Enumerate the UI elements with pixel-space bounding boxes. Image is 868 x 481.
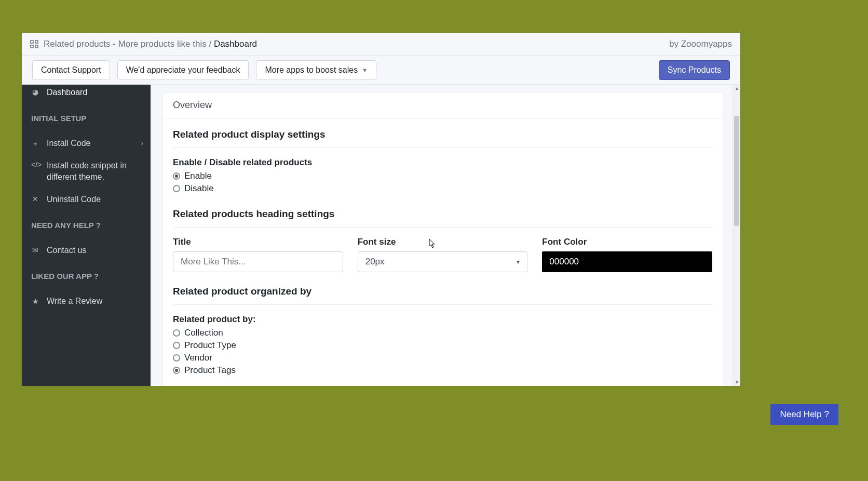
radio-product-tags[interactable]: Product Tags — [173, 365, 712, 376]
app-grid-icon — [30, 40, 38, 48]
radio-icon — [173, 185, 180, 192]
breadcrumb-current[interactable]: Dashboard — [214, 39, 257, 49]
chevron-down-icon: ▾ — [517, 258, 520, 265]
radio-vendor[interactable]: Vendor — [173, 353, 712, 363]
svg-rect-2 — [31, 45, 33, 48]
divider — [31, 128, 141, 128]
section-display-settings: Related product display settings — [173, 129, 712, 148]
font-size-select[interactable]: 20px ▾ — [358, 251, 528, 272]
feedback-button[interactable]: We'd appreciate your feedback — [117, 60, 249, 80]
sidebar-item-contact-us[interactable]: ✉ Contact us — [22, 239, 151, 261]
sidebar-section-help: NEED ANY HELP ? — [22, 210, 151, 233]
font-color-input[interactable] — [542, 251, 712, 272]
font-color-column: Font Color — [542, 237, 712, 272]
radio-icon — [173, 342, 180, 349]
sidebar-item-dashboard[interactable]: ◕ Dashboard — [22, 85, 151, 103]
action-bar: Contact Support We'd appreciate your fee… — [22, 56, 740, 85]
title-column: Title — [173, 237, 343, 272]
panel-body: Related product display settings Enable … — [162, 118, 723, 386]
svg-rect-3 — [35, 45, 38, 48]
panel-title: Overview — [162, 92, 723, 118]
sidebar-item-uninstall-code[interactable]: ✕ Uninstall Code — [22, 189, 151, 210]
plus-icon: ＋ — [31, 139, 39, 149]
content-wrap: Overview Related product display setting… — [151, 85, 740, 386]
divider — [31, 286, 141, 286]
app-window: Related products - More products like th… — [22, 33, 740, 386]
radio-enable[interactable]: Enable — [173, 171, 712, 181]
chevron-down-icon: ▼ — [362, 67, 368, 73]
font-color-label: Font Color — [542, 237, 712, 247]
title-label: Title — [173, 237, 343, 247]
sidebar-section-initial-setup: INITIAL SETUP — [22, 103, 151, 126]
sidebar-item-write-review[interactable]: ★ Write a Review — [22, 290, 151, 312]
scroll-down-icon[interactable]: ▼ — [735, 380, 739, 385]
content-scroll[interactable]: Overview Related product display setting… — [151, 85, 733, 386]
svg-rect-0 — [31, 41, 33, 43]
radio-icon — [173, 329, 180, 337]
enable-disable-block: Enable / Disable related products Enable… — [173, 157, 712, 194]
radio-product-type[interactable]: Product Type — [173, 340, 712, 351]
chevron-right-icon: › — [141, 139, 143, 148]
code-icon: </> — [31, 160, 39, 170]
close-icon: ✕ — [31, 194, 39, 205]
enable-disable-label: Enable / Disable related products — [173, 157, 712, 168]
font-size-label: Font size — [358, 237, 528, 247]
sync-products-button[interactable]: Sync Products — [659, 60, 730, 80]
radio-collection[interactable]: Collection — [173, 328, 712, 338]
section-organized-by: Related product organized by — [173, 286, 712, 305]
font-size-column: Font size 20px ▾ — [358, 237, 528, 272]
sidebar-item-install-code[interactable]: ＋ Install Code › — [22, 132, 151, 154]
app-body: ◕ Dashboard INITIAL SETUP ＋ Install Code… — [22, 85, 740, 386]
radio-icon — [173, 367, 180, 374]
heading-settings-row: Title Font size 20px ▾ — [173, 237, 712, 272]
more-apps-dropdown[interactable]: More apps to boost sales ▼ — [256, 60, 376, 80]
breadcrumb: Related products - More products like th… — [30, 39, 257, 49]
section-heading-settings: Related products heading settings — [173, 208, 712, 228]
by-line: by Zooomyapps — [669, 39, 732, 49]
sidebar: ◕ Dashboard INITIAL SETUP ＋ Install Code… — [22, 85, 151, 386]
radio-icon — [173, 172, 180, 180]
scroll-thumb[interactable] — [734, 116, 739, 226]
scrollbar[interactable]: ▲ ▼ — [733, 85, 740, 386]
organized-by-block: Related product by: Collection Product T… — [173, 314, 712, 376]
breadcrumb-text: Related products - More products like th… — [44, 39, 257, 49]
app-title[interactable]: Related products - More products like th… — [44, 39, 207, 49]
envelope-icon: ✉ — [31, 245, 39, 256]
gauge-icon: ◕ — [31, 87, 39, 98]
need-help-button[interactable]: Need Help ? — [770, 404, 838, 425]
star-icon: ★ — [31, 297, 39, 307]
title-input[interactable] — [173, 251, 343, 272]
radio-icon — [173, 354, 180, 362]
header-bar: Related products - More products like th… — [22, 33, 740, 56]
scroll-up-icon[interactable]: ▲ — [735, 86, 739, 91]
related-by-label: Related product by: — [173, 314, 712, 325]
sidebar-item-install-snippet[interactable]: </> Install code snippet in different th… — [22, 155, 151, 189]
divider — [31, 235, 141, 235]
contact-support-button[interactable]: Contact Support — [32, 60, 110, 80]
radio-disable[interactable]: Disable — [173, 183, 712, 194]
svg-rect-1 — [35, 41, 38, 43]
sidebar-section-liked: LIKED OUR APP ? — [22, 261, 151, 284]
overview-panel: Overview Related product display setting… — [162, 92, 723, 386]
